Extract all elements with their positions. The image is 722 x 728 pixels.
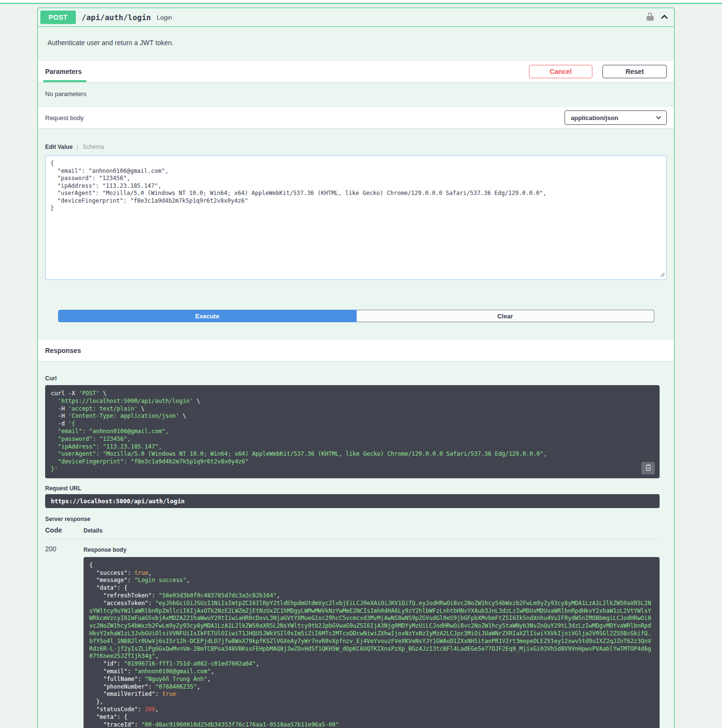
clipboard-icon — [645, 464, 652, 473]
tag-section-divider — [0, 3, 722, 4]
request-body-section-header: Request body application/json — [38, 107, 674, 128]
response-body-block: { "success": true, "message": "Login suc… — [84, 557, 660, 728]
request-url-label: Request URL — [45, 485, 667, 492]
endpoint-path: /api/auth/login — [82, 13, 151, 22]
auth-lock-button[interactable] — [645, 12, 655, 23]
server-response-table: Code Details 200 Response body { "succes… — [45, 526, 667, 728]
parameters-tab-underline — [43, 80, 86, 82]
chevron-up-icon — [660, 12, 669, 23]
request-url-value: https://localhost:5000/api/auth/login — [45, 494, 660, 508]
cancel-button[interactable]: Cancel — [529, 65, 592, 78]
response-row-200: 200 Response body { "success": true, "me… — [45, 539, 667, 728]
opblock-summary[interactable]: POST /api/auth/login Login — [38, 8, 674, 27]
curl-label: Curl — [45, 375, 57, 382]
unlock-icon — [645, 12, 655, 23]
responses-section-header: Responses — [38, 340, 674, 361]
responses-area: Curl curl -X 'POST' \ 'https://localhost… — [38, 361, 674, 728]
response-body-label: Response body — [84, 546, 667, 553]
edit-value-tab[interactable]: Edit Value — [45, 144, 72, 150]
response-body-text: { "success": true, "message": "Login suc… — [89, 562, 654, 728]
request-body-editor-area: Edit Value Schema { "email": "anhnon0106… — [38, 128, 674, 322]
curl-command-block: curl -X 'POST' \ 'https://localhost:5000… — [45, 385, 660, 478]
parameters-tab: Parameters — [45, 68, 82, 75]
request-body-label: Request body — [45, 114, 84, 121]
status-code: 200 — [45, 545, 84, 728]
tab-separator — [77, 144, 78, 150]
endpoint-summary: Login — [157, 14, 172, 21]
content-type-select[interactable]: application/json — [565, 110, 667, 125]
server-response-label: Server response — [45, 516, 667, 522]
execute-button[interactable]: Execute — [58, 310, 357, 322]
operation-description: Authenticate user and return a JWT token… — [38, 27, 674, 61]
http-method-badge: POST — [40, 11, 76, 24]
schema-tab[interactable]: Schema — [83, 144, 104, 150]
clear-button[interactable]: Clear — [357, 310, 655, 322]
no-parameters-text: No parameters — [38, 82, 674, 107]
code-column-header: Code — [45, 526, 84, 534]
copy-curl-button[interactable] — [641, 462, 655, 474]
reset-button[interactable]: Reset — [602, 65, 667, 78]
curl-command-text: curl -X 'POST' \ 'https://localhost:5000… — [51, 390, 654, 473]
request-body-textarea[interactable]: { "email": "anhnon0106@gmail.com", "pass… — [45, 155, 667, 280]
responses-title: Responses — [45, 347, 81, 354]
details-column-header: Details — [84, 527, 102, 534]
opblock-post-login: POST /api/auth/login Login Authenticate … — [37, 8, 674, 728]
collapse-operation-button[interactable] — [660, 12, 669, 23]
parameters-section-header: Parameters Cancel Reset — [38, 61, 674, 82]
